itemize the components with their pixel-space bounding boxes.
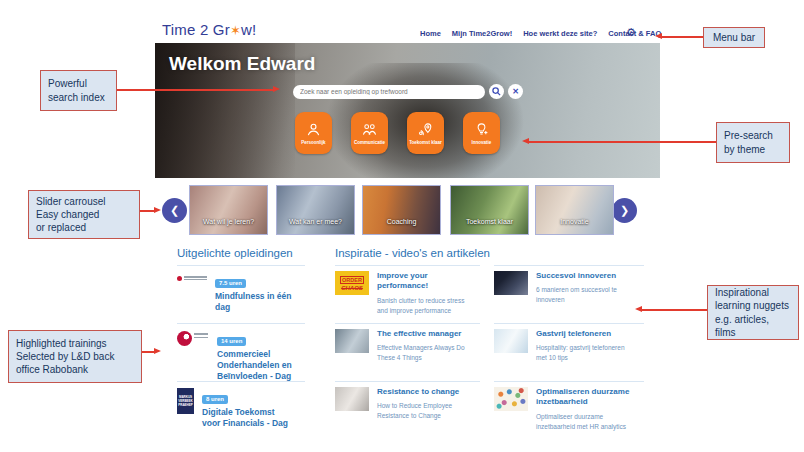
annotation-connector [662, 36, 703, 38]
carousel-next-button[interactable]: ❯ [612, 198, 637, 223]
arrow-right-icon [273, 86, 280, 92]
arrow-right-icon [154, 348, 161, 354]
article-description: 6 manieren om succesvol te innoveren [536, 285, 631, 305]
training-title: Digitale Toekomst voor Financials - Dag [202, 407, 290, 429]
article-thumbnail [335, 329, 369, 353]
article-description: Hospitality: gastvrij telefoneren met 10… [536, 343, 631, 363]
theme-button-persoonlijk[interactable]: Persoonlijk [295, 112, 332, 154]
duration-badge: 14 uren [217, 337, 246, 346]
duration-badge: 7.5 uren [215, 279, 246, 288]
theme-button-toekomst-klaar[interactable]: Toekomst klaar [407, 112, 444, 154]
article-thumbnail [494, 387, 528, 411]
article-gastvrij-telefoneren[interactable]: Gastvrij telefoneren Hospitality: gastvr… [494, 323, 644, 364]
arrow-left-icon [522, 138, 529, 144]
article-description: Effective Managers Always Do These 4 Thi… [377, 343, 467, 363]
annotation-learning-nuggets: Inspirational learning nuggets e.g. arti… [707, 285, 799, 340]
article-duurzame-inzetbaarheid[interactable]: Optimaliseren duurzame inzetbaarheid Opt… [494, 381, 644, 432]
article-thumbnail [494, 329, 528, 353]
training-title: Mindfulness in één dag [215, 291, 303, 313]
carousel-slide-innovatie[interactable]: Innovatie [535, 185, 614, 235]
duration-badge: 8 uren [202, 395, 228, 404]
welcome-message: Welkom Edward [169, 53, 315, 75]
chevron-left-icon: ❮ [170, 204, 179, 217]
training-partner-logo: MARKUS VERBEEK PRAEHEP [177, 388, 194, 414]
article-thumbnail [494, 271, 528, 295]
annotation-highlighted-trainings: Highlighted trainings Selected by L&D ba… [8, 330, 142, 383]
training-partner-logo [177, 331, 209, 382]
article-description: How to Reduce Employee Resistance to Cha… [377, 401, 467, 421]
site-logo[interactable]: Time 2 Gr✶w! [162, 21, 256, 38]
hero-banner: Welkom Edward ✕ Persoonlijk Communicatie… [155, 43, 660, 178]
arrow-right-icon [154, 207, 161, 213]
annotation-pre-search: Pre-search by theme [716, 122, 790, 163]
person-icon [306, 122, 321, 137]
article-succesvol-innoveren[interactable]: Succesvol innoveren 6 manieren om succes… [494, 265, 644, 306]
article-effective-manager[interactable]: The effective manager Effective Managers… [335, 323, 480, 364]
training-partner-logo [177, 273, 207, 283]
article-thumbnail: ORDER CHAOS [335, 271, 369, 295]
search-button[interactable] [489, 84, 504, 99]
article-improve-your-performance[interactable]: ORDER CHAOS Improve your performance! Ba… [335, 265, 480, 316]
theme-buttons: Persoonlijk Communicatie Toekomst klaar … [295, 112, 500, 154]
article-description: Optimaliseer duurzame inzetbaarheid met … [536, 412, 631, 432]
trainings-heading: Uitgelichte opleidingen [177, 247, 293, 259]
logo-star-icon: ✶ [230, 23, 241, 38]
article-title: Optimaliseren duurzame inzetbaarheid [536, 387, 631, 408]
arrow-left-icon [655, 33, 662, 39]
article-thumbnail [335, 387, 369, 411]
people-icon [362, 122, 377, 137]
annotation-powerful-search: Powerful search index [40, 70, 117, 111]
annotation-connector [140, 210, 154, 212]
article-title: Gastvrij telefoneren [536, 329, 631, 339]
map-pin-icon [418, 122, 433, 137]
inspiration-heading: Inspiratie - video's en artikelen [335, 247, 490, 259]
close-icon: ✕ [512, 87, 519, 96]
carousel-slide-wat-kan-er-mee[interactable]: Wat kan er mee? [276, 185, 355, 235]
lightbulb-icon [474, 122, 489, 137]
clear-search-button[interactable]: ✕ [508, 84, 523, 99]
annotation-menu-bar: Menu bar [703, 27, 765, 48]
carousel-prev-button[interactable]: ❮ [162, 198, 187, 223]
theme-button-communicatie[interactable]: Communicatie [351, 112, 388, 154]
training-item-mindfulness[interactable]: 7.5 uren Mindfulness in één dag [177, 265, 305, 313]
carousel-slide-toekomst-klaar[interactable]: Toekomst klaar [450, 185, 529, 235]
article-description: Banish clutter to reduce stress and impr… [377, 296, 467, 316]
search-icon [492, 87, 501, 96]
article-title: Improve your performance! [377, 271, 467, 292]
training-item-commercieel-onderhandelen[interactable]: 14 uren Commercieel Onderhandelen en Beï… [177, 323, 305, 382]
nav-item-hoe-werkt-deze-site[interactable]: Hoe werkt deze site? [523, 29, 597, 38]
nav-item-mijn-time2grow[interactable]: Mijn Time2Grow! [452, 29, 512, 38]
article-title: Succesvol innoveren [536, 271, 631, 281]
annotation-connector [142, 351, 154, 353]
article-title: Resistance to change [377, 387, 467, 397]
search-bar: ✕ [293, 84, 523, 99]
carousel-slide-coaching[interactable]: Coaching [362, 185, 441, 235]
annotation-connector [529, 141, 716, 143]
carousel-slide-wat-wil-je-leren[interactable]: Wat wil je leren? [189, 185, 268, 235]
arrow-left-icon [635, 306, 642, 312]
annotation-slider-carrousel: Slider carrousel Easy changed or replace… [28, 190, 140, 239]
theme-button-innovatie[interactable]: Innovatie [463, 112, 500, 154]
nav-item-home[interactable]: Home [420, 29, 441, 38]
annotation-connector [642, 309, 707, 311]
chevron-right-icon: ❯ [620, 204, 629, 217]
annotation-connector [117, 89, 273, 91]
search-input[interactable] [293, 85, 485, 99]
training-title: Commercieel Onderhandelen en Beïnvloeden… [217, 349, 305, 382]
gear-icon[interactable]: ⚙ [626, 26, 636, 39]
article-title: The effective manager [377, 329, 467, 339]
article-resistance-to-change[interactable]: Resistance to change How to Reduce Emplo… [335, 381, 480, 422]
training-item-digitale-toekomst[interactable]: MARKUS VERBEEK PRAEHEP 8 uren Digitale T… [177, 381, 305, 429]
